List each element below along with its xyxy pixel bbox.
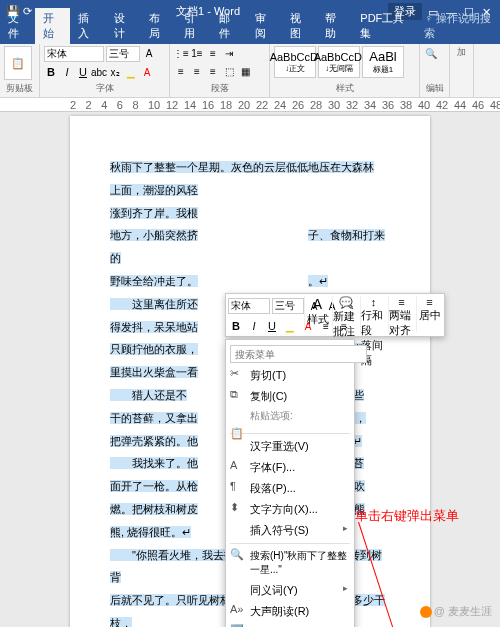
copy-icon: ⧉ xyxy=(230,388,244,402)
style-normal[interactable]: AaBbCcDi↓正文 xyxy=(274,46,316,78)
direction-icon: ⬍ xyxy=(230,501,244,515)
tab-references[interactable]: 引用 xyxy=(176,8,211,44)
annotation-text: 单击右键弹出菜单 xyxy=(355,507,459,525)
tab-home[interactable]: 开始 xyxy=(35,8,70,44)
mini-new-comment[interactable]: 💬新建 批注 xyxy=(332,296,358,332)
indent-icon[interactable]: ⇥ xyxy=(222,46,236,60)
group-paragraph: 段落 xyxy=(174,82,265,95)
tab-review[interactable]: 审阅 xyxy=(247,8,282,44)
grow-font-icon[interactable]: A xyxy=(142,46,156,60)
ctx-read-aloud[interactable]: A»大声朗读(R) xyxy=(226,601,354,622)
group-clipboard: 剪贴板 xyxy=(4,82,35,95)
mini-center[interactable]: ≡居中 xyxy=(416,296,442,332)
ctx-cut[interactable]: ✂剪切(T) xyxy=(226,365,354,386)
ctx-search-input[interactable] xyxy=(230,345,367,363)
mini-font-family[interactable] xyxy=(228,298,270,314)
scissors-icon: ✂ xyxy=(230,367,244,381)
font-size-select[interactable] xyxy=(106,46,140,62)
ribbon-tabs: 文件 开始 插入 设计 布局 引用 邮件 审阅 视图 帮助 PDF工具集 ♀ 操… xyxy=(0,22,500,44)
tab-help[interactable]: 帮助 xyxy=(317,8,352,44)
mini-line-spacing[interactable]: ↕行和段 落间隔 xyxy=(360,296,386,332)
tab-layout[interactable]: 布局 xyxy=(141,8,176,44)
shading-icon[interactable]: ⬚ xyxy=(222,64,236,78)
tab-insert[interactable]: 插入 xyxy=(70,8,105,44)
highlight-icon[interactable]: ▁ xyxy=(124,65,138,79)
style-nospacing[interactable]: AaBbCcDi↓无间隔 xyxy=(318,46,360,78)
paste-button[interactable]: 📋 xyxy=(4,46,32,80)
bold-icon[interactable]: B xyxy=(44,65,58,79)
tab-design[interactable]: 设计 xyxy=(106,8,141,44)
find-icon[interactable]: 🔍 xyxy=(424,46,438,60)
ctx-copy[interactable]: ⧉复制(C) xyxy=(226,386,354,407)
tab-file[interactable]: 文件 xyxy=(0,8,35,44)
translate-icon: 🔤 xyxy=(230,624,244,627)
search-icon: 🔍 xyxy=(230,548,244,562)
tab-view[interactable]: 视图 xyxy=(282,8,317,44)
multilevel-icon[interactable]: ≡ xyxy=(206,46,220,60)
ctx-translate[interactable]: 🔤翻译(S) xyxy=(226,622,354,627)
ctx-paste-options-label: 粘贴选项: xyxy=(226,407,354,425)
group-font: 字体 xyxy=(44,82,165,95)
mini-italic-icon[interactable]: I xyxy=(246,318,262,334)
font-icon: A xyxy=(230,459,244,473)
paragraph-icon: ¶ xyxy=(230,480,244,494)
tab-mailings[interactable]: 邮件 xyxy=(211,8,246,44)
tell-me-search[interactable]: ♀ 操作说明搜索 xyxy=(416,8,500,44)
group-addins: 加 xyxy=(454,46,469,59)
mini-justify[interactable]: ≡两端对齐 xyxy=(388,296,414,332)
mini-underline-icon[interactable]: U xyxy=(264,318,280,334)
mini-bold-icon[interactable]: B xyxy=(228,318,244,334)
weibo-icon xyxy=(420,606,432,618)
separator xyxy=(230,433,350,434)
separator xyxy=(230,543,350,544)
align-center-icon[interactable]: ≡ xyxy=(190,64,204,78)
align-left-icon[interactable]: ≡ xyxy=(174,64,188,78)
ctx-synonyms[interactable]: 同义词(Y) xyxy=(226,580,354,601)
ruler[interactable]: 2246810121416182022242628303234363840424… xyxy=(0,98,500,112)
ctx-smart-lookup[interactable]: 🔍搜索(H)"秋雨下了整整一星..." xyxy=(226,546,354,580)
mini-styles[interactable]: A样式 xyxy=(304,296,330,332)
font-color-icon[interactable]: A xyxy=(140,65,154,79)
watermark: @ 麦麦生涯 xyxy=(420,604,492,619)
ctx-font[interactable]: A字体(F)... xyxy=(226,457,354,478)
bullets-icon[interactable]: ⋮≡ xyxy=(174,46,188,60)
group-editing: 编辑 xyxy=(424,82,445,95)
context-menu: ✂剪切(T) ⧉复制(C) 粘贴选项: 📋 汉字重选(V) A字体(F)... … xyxy=(225,339,355,627)
align-right-icon[interactable]: ≡ xyxy=(206,64,220,78)
ctx-paste-option[interactable]: 📋 xyxy=(226,425,354,431)
strike-icon[interactable]: abc xyxy=(92,65,106,79)
ctx-text-direction[interactable]: ⬍文字方向(X)... xyxy=(226,499,354,520)
font-family-select[interactable] xyxy=(44,46,104,62)
tab-pdf[interactable]: PDF工具集 xyxy=(352,8,416,44)
italic-icon[interactable]: I xyxy=(60,65,74,79)
mini-font-size[interactable] xyxy=(272,298,304,314)
numbering-icon[interactable]: 1≡ xyxy=(190,46,204,60)
sub-icon[interactable]: x₂ xyxy=(108,65,122,79)
ctx-insert-symbol[interactable]: 插入符号(S) xyxy=(226,520,354,541)
document-area[interactable]: 秋雨下了整整一个星期。灰色的云层低低地压在大森林 上面，潮湿的风轻 涨到齐了岸。… xyxy=(0,112,500,627)
ctx-hanzi[interactable]: 汉字重选(V) xyxy=(226,436,354,457)
speaker-icon: A» xyxy=(230,603,244,617)
group-styles: 样式 xyxy=(274,82,415,95)
mini-toolbar: A A ✎ B I U ▁ A ≡ ≡ A样式 💬新建 批注 ↕行和段 落间隔 … xyxy=(225,293,445,337)
mini-highlight-icon[interactable]: ▁ xyxy=(282,318,298,334)
borders-icon[interactable]: ▦ xyxy=(238,64,252,78)
ribbon: 📋 剪贴板 A B I U abc x₂ ▁ A 字体 ⋮≡ 1≡ ≡ ⇥ ≡ … xyxy=(0,44,500,98)
style-heading1[interactable]: AaBl标题1 xyxy=(362,46,404,78)
ctx-paragraph[interactable]: ¶段落(P)... xyxy=(226,478,354,499)
underline-icon[interactable]: U xyxy=(76,65,90,79)
